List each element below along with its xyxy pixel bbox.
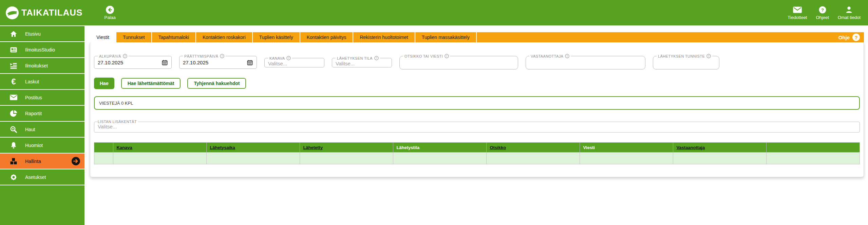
subject-or-message-label: OTSIKKO TAI VIESTI	[404, 54, 443, 58]
question-circle-icon: ?	[818, 6, 827, 14]
end-date-field[interactable]: PÄÄTTYMISPÄIVÄ? 27.10.2025	[179, 54, 257, 69]
messages-table: Kanava Lähetysaika Lähetetty Lähetystila…	[94, 142, 860, 164]
svg-text:?: ?	[821, 7, 824, 12]
sidebar-item-asetukset[interactable]: Asetukset	[0, 169, 84, 185]
channel-label: KANAVA	[269, 56, 285, 60]
cell	[113, 152, 207, 164]
viestit-panel: ALKUPÄIVÄ? 27.10.2025 PÄÄTTYMISPÄIVÄ? 27…	[90, 42, 864, 177]
sidebar-item-etusivu[interactable]: Etusivu	[0, 26, 84, 42]
bell-icon	[10, 141, 18, 149]
table-row	[94, 152, 860, 164]
help-icon[interactable]: ?	[706, 54, 711, 58]
cell	[673, 152, 767, 164]
start-date-value[interactable]: 27.10.2025	[98, 60, 123, 65]
tab-tuplien-massakasittely[interactable]: Tuplien massakäsittely	[415, 32, 477, 42]
indent-list-icon	[10, 62, 18, 70]
col-kanava[interactable]: Kanava	[113, 143, 207, 152]
col-otsikko[interactable]: Otsikko	[487, 143, 580, 152]
results-summary: VIESTEJÄ 0 KPL	[99, 101, 133, 106]
person-icon	[845, 6, 853, 14]
logo-swoosh-icon	[5, 6, 19, 20]
tab-kontaktien-roskakori[interactable]: Kontaktien roskakori	[196, 32, 253, 42]
search-plus-icon	[10, 125, 18, 134]
table-header-row: Kanava Lähetysaika Lähetetty Lähetystila…	[94, 143, 860, 152]
help-label: Ohjeet	[816, 15, 829, 20]
cell	[207, 152, 300, 164]
sidebar-item-laskut[interactable]: € Laskut	[0, 74, 84, 90]
sidebar-item-huomiot[interactable]: Huomiot	[0, 138, 84, 154]
help-icon[interactable]: ?	[374, 56, 379, 60]
button-row: Hae Hae lähettämättömät Tyhjennä hakuehd…	[94, 78, 860, 89]
calendar-icon[interactable]	[247, 59, 253, 66]
euro-icon: €	[10, 77, 18, 86]
sidebar-item-hallinta[interactable]: Hallinta	[0, 154, 84, 169]
recipient-label: VASTAANOTTAJA	[531, 54, 563, 58]
help-icon[interactable]: ?	[123, 54, 127, 58]
col-lahetetty[interactable]: Lähetetty	[300, 143, 393, 152]
extra-fields-placeholder: Valitse...	[98, 124, 856, 130]
cell	[393, 152, 487, 164]
col-select	[94, 143, 113, 152]
subject-or-message-field[interactable]: OTSIKKO TAI VIESTI?	[399, 54, 518, 69]
col-vastaanottaja[interactable]: Vastaanottaja	[673, 143, 767, 152]
help-button[interactable]: ? Ohjeet	[816, 6, 829, 20]
notices-button[interactable]: Tiedotteet	[788, 6, 807, 20]
newspaper-icon	[10, 46, 18, 54]
arrow-right-circle-icon[interactable]	[71, 157, 80, 166]
app-title: TAIKATILAUS	[21, 7, 82, 18]
tab-tuplien-kasittely[interactable]: Tuplien käsittely	[253, 32, 300, 42]
svg-text:?: ?	[288, 57, 289, 60]
help-icon[interactable]: ?	[286, 56, 291, 60]
end-date-value[interactable]: 27.10.2025	[183, 60, 208, 65]
envelope-icon	[10, 94, 18, 101]
clear-filters-button[interactable]: Tyhjennä hakuehdot	[187, 78, 246, 89]
home-icon	[10, 30, 18, 38]
tab-tapahtumaloki[interactable]: Tapahtumaloki	[152, 32, 196, 42]
ohje-button[interactable]: Ohje ?	[838, 32, 864, 42]
back-button[interactable]: Palaa	[104, 5, 115, 20]
svg-text:?: ?	[446, 55, 448, 58]
main-area: Viestit Tunnukset Tapahtumaloki Kontakti…	[84, 25, 868, 225]
sidebar-item-haut[interactable]: Haut	[0, 122, 84, 138]
back-arrow-icon	[106, 5, 114, 14]
recipient-field[interactable]: VASTAANOTTAJA?	[526, 54, 645, 69]
tab-viestit[interactable]: Viestit	[90, 32, 116, 42]
send-id-field[interactable]: LÄHETYKSEN TUNNISTE?	[653, 54, 719, 69]
tabbar-filler	[477, 32, 838, 42]
sidebar-item-ilmoitusstudio[interactable]: IlmoitusStudio	[0, 42, 84, 58]
cubes-icon	[10, 157, 18, 165]
help-icon[interactable]: ?	[565, 54, 569, 58]
col-viesti: Viesti	[580, 143, 673, 152]
send-id-label: LÄHETYKSEN TUNNISTE	[658, 54, 705, 58]
tab-kontaktien-paivitys[interactable]: Kontaktien päivitys	[300, 32, 354, 42]
app-logo: TAIKATILAUS	[5, 6, 82, 20]
send-status-select[interactable]: LÄHETYKSEN TILA? Valitse...	[332, 56, 392, 67]
tab-bar: Viestit Tunnukset Tapahtumaloki Kontakti…	[90, 32, 864, 42]
svg-text:?: ?	[124, 55, 126, 58]
extra-fields-select[interactable]: LISTAN LISÄKENTÄT Valitse...	[94, 120, 860, 132]
cell	[767, 152, 860, 164]
search-button[interactable]: Hae	[94, 78, 114, 89]
results-summary-box: VIESTEJÄ 0 KPL	[94, 96, 860, 110]
col-lahetysaika[interactable]: Lähetysaika	[207, 143, 300, 152]
svg-text:?: ?	[708, 55, 710, 58]
sidebar-item-raportit[interactable]: Raportit	[0, 106, 84, 122]
sidebar-item-ilmoitukset[interactable]: Ilmoitukset	[0, 58, 84, 74]
cell	[94, 152, 113, 164]
sidebar-item-postitus[interactable]: Postitus	[0, 90, 84, 106]
search-unsent-button[interactable]: Hae lähettämättömät	[121, 78, 181, 89]
start-date-field[interactable]: ALKUPÄIVÄ? 27.10.2025	[94, 54, 172, 69]
help-icon[interactable]: ?	[220, 54, 224, 58]
svg-text:?: ?	[566, 55, 568, 58]
profile-button[interactable]: Omat tiedot	[838, 6, 861, 20]
calendar-icon[interactable]	[162, 59, 168, 66]
tab-rekisterin-huoltotoimet[interactable]: Rekisterin huoltotoimet	[353, 32, 415, 42]
topbar-actions: Tiedotteet ? Ohjeet Omat tiedot	[788, 6, 861, 20]
tab-tunnukset[interactable]: Tunnukset	[116, 32, 152, 42]
cell	[300, 152, 393, 164]
col-lahetystila: Lähetystila	[393, 143, 487, 152]
pie-chart-icon	[10, 109, 18, 118]
help-icon[interactable]: ?	[445, 54, 449, 58]
ohje-label: Ohje	[838, 35, 850, 40]
channel-select[interactable]: KANAVA? Valitse...	[264, 56, 324, 67]
